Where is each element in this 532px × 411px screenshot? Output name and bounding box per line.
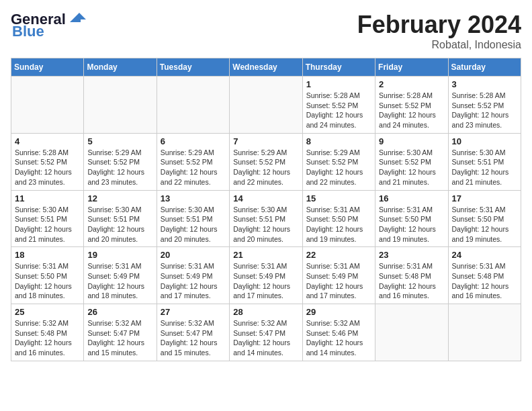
weekday-header-saturday: Saturday [448,58,521,77]
day-cell: 16Sunrise: 5:31 AMSunset: 5:50 PMDayligh… [375,190,448,247]
day-cell [448,304,521,361]
weekday-header-friday: Friday [375,58,448,77]
day-cell: 12Sunrise: 5:30 AMSunset: 5:51 PMDayligh… [84,190,157,247]
day-cell: 18Sunrise: 5:31 AMSunset: 5:50 PMDayligh… [11,247,84,304]
day-info: Sunrise: 5:28 AMSunset: 5:52 PMDaylight:… [379,91,444,130]
day-number: 28 [233,307,298,317]
weekday-header-thursday: Thursday [302,58,375,77]
day-number: 5 [87,136,152,146]
day-number: 21 [233,250,298,260]
day-number: 11 [15,193,80,203]
day-info: Sunrise: 5:31 AMSunset: 5:49 PMDaylight:… [233,261,298,301]
day-info: Sunrise: 5:28 AMSunset: 5:52 PMDaylight:… [15,148,80,187]
day-cell: 11Sunrise: 5:30 AMSunset: 5:51 PMDayligh… [11,190,84,247]
day-number: 19 [87,250,152,260]
day-cell: 6Sunrise: 5:29 AMSunset: 5:52 PMDaylight… [157,133,229,190]
calendar-table: SundayMondayTuesdayWednesdayThursdayFrid… [11,58,521,361]
week-row-1: 1Sunrise: 5:28 AMSunset: 5:52 PMDaylight… [11,77,521,134]
day-number: 20 [161,250,226,260]
day-number: 18 [15,250,80,260]
logo-blue: Blue [12,23,44,40]
day-cell: 28Sunrise: 5:32 AMSunset: 5:47 PMDayligh… [230,304,302,361]
weekday-header-sunday: Sunday [11,58,84,77]
day-info: Sunrise: 5:29 AMSunset: 5:52 PMDaylight:… [233,148,298,187]
day-cell: 4Sunrise: 5:28 AMSunset: 5:52 PMDaylight… [11,133,84,190]
day-number: 14 [233,193,298,203]
day-cell [230,77,302,134]
day-number: 12 [87,193,152,203]
day-cell: 22Sunrise: 5:31 AMSunset: 5:49 PMDayligh… [302,247,375,304]
week-row-3: 11Sunrise: 5:30 AMSunset: 5:51 PMDayligh… [11,190,521,247]
location: Robatal, Indonesia [357,39,521,51]
logo-arrow-icon [67,10,89,25]
day-info: Sunrise: 5:30 AMSunset: 5:51 PMDaylight:… [161,205,226,244]
day-cell [157,77,229,134]
day-number: 22 [306,250,371,260]
day-number: 4 [15,136,80,146]
day-cell: 20Sunrise: 5:31 AMSunset: 5:49 PMDayligh… [157,247,229,304]
day-info: Sunrise: 5:30 AMSunset: 5:52 PMDaylight:… [379,148,444,187]
day-number: 6 [161,136,226,146]
day-info: Sunrise: 5:32 AMSunset: 5:47 PMDaylight:… [87,318,152,358]
day-cell: 29Sunrise: 5:32 AMSunset: 5:46 PMDayligh… [302,304,375,361]
day-info: Sunrise: 5:32 AMSunset: 5:46 PMDaylight:… [306,318,371,358]
day-info: Sunrise: 5:30 AMSunset: 5:51 PMDaylight:… [15,205,80,244]
day-cell: 7Sunrise: 5:29 AMSunset: 5:52 PMDaylight… [230,133,302,190]
day-number: 26 [87,307,152,317]
day-info: Sunrise: 5:32 AMSunset: 5:48 PMDaylight:… [15,318,80,358]
weekday-header-wednesday: Wednesday [230,58,302,77]
week-row-4: 18Sunrise: 5:31 AMSunset: 5:50 PMDayligh… [11,247,521,304]
day-cell: 27Sunrise: 5:32 AMSunset: 5:47 PMDayligh… [157,304,229,361]
day-number: 24 [452,250,517,260]
day-cell: 23Sunrise: 5:31 AMSunset: 5:48 PMDayligh… [375,247,448,304]
day-cell: 26Sunrise: 5:32 AMSunset: 5:47 PMDayligh… [84,304,157,361]
day-info: Sunrise: 5:31 AMSunset: 5:49 PMDaylight:… [87,261,152,301]
day-cell: 17Sunrise: 5:31 AMSunset: 5:50 PMDayligh… [448,190,521,247]
day-number: 29 [306,307,371,317]
day-number: 9 [379,136,444,146]
day-info: Sunrise: 5:28 AMSunset: 5:52 PMDaylight:… [452,91,517,130]
day-info: Sunrise: 5:31 AMSunset: 5:50 PMDaylight:… [452,205,517,244]
day-cell: 8Sunrise: 5:29 AMSunset: 5:52 PMDaylight… [302,133,375,190]
day-info: Sunrise: 5:29 AMSunset: 5:52 PMDaylight:… [87,148,152,187]
day-info: Sunrise: 5:31 AMSunset: 5:50 PMDaylight:… [379,205,444,244]
day-cell: 10Sunrise: 5:30 AMSunset: 5:51 PMDayligh… [448,133,521,190]
day-info: Sunrise: 5:31 AMSunset: 5:50 PMDaylight:… [15,261,80,301]
day-info: Sunrise: 5:30 AMSunset: 5:51 PMDaylight:… [87,205,152,244]
day-number: 10 [452,136,517,146]
day-info: Sunrise: 5:31 AMSunset: 5:48 PMDaylight:… [379,261,444,301]
day-info: Sunrise: 5:29 AMSunset: 5:52 PMDaylight:… [161,148,226,187]
day-cell: 9Sunrise: 5:30 AMSunset: 5:52 PMDaylight… [375,133,448,190]
day-cell: 13Sunrise: 5:30 AMSunset: 5:51 PMDayligh… [157,190,229,247]
day-number: 8 [306,136,371,146]
day-number: 17 [452,193,517,203]
day-number: 23 [379,250,444,260]
day-cell: 19Sunrise: 5:31 AMSunset: 5:49 PMDayligh… [84,247,157,304]
day-cell: 2Sunrise: 5:28 AMSunset: 5:52 PMDaylight… [375,77,448,134]
day-cell: 14Sunrise: 5:30 AMSunset: 5:51 PMDayligh… [230,190,302,247]
day-info: Sunrise: 5:31 AMSunset: 5:48 PMDaylight:… [452,261,517,301]
day-info: Sunrise: 5:29 AMSunset: 5:52 PMDaylight:… [306,148,371,187]
title-block: February 2024 Robatal, Indonesia [357,11,521,51]
day-info: Sunrise: 5:31 AMSunset: 5:50 PMDaylight:… [306,205,371,244]
day-cell: 21Sunrise: 5:31 AMSunset: 5:49 PMDayligh… [230,247,302,304]
weekday-header-row: SundayMondayTuesdayWednesdayThursdayFrid… [11,58,521,77]
weekday-header-tuesday: Tuesday [157,58,229,77]
day-info: Sunrise: 5:32 AMSunset: 5:47 PMDaylight:… [233,318,298,358]
day-cell: 15Sunrise: 5:31 AMSunset: 5:50 PMDayligh… [302,190,375,247]
day-cell: 3Sunrise: 5:28 AMSunset: 5:52 PMDaylight… [448,77,521,134]
day-number: 27 [161,307,226,317]
week-row-5: 25Sunrise: 5:32 AMSunset: 5:48 PMDayligh… [11,304,521,361]
day-info: Sunrise: 5:30 AMSunset: 5:51 PMDaylight:… [452,148,517,187]
day-number: 2 [379,79,444,89]
day-cell: 24Sunrise: 5:31 AMSunset: 5:48 PMDayligh… [448,247,521,304]
day-number: 25 [15,307,80,317]
day-cell: 1Sunrise: 5:28 AMSunset: 5:52 PMDaylight… [302,77,375,134]
day-info: Sunrise: 5:28 AMSunset: 5:52 PMDaylight:… [306,91,371,130]
day-info: Sunrise: 5:31 AMSunset: 5:49 PMDaylight:… [306,261,371,301]
svg-marker-0 [70,13,86,22]
page-header: General Blue February 2024 Robatal, Indo… [11,11,521,51]
day-info: Sunrise: 5:31 AMSunset: 5:49 PMDaylight:… [161,261,226,301]
weekday-header-monday: Monday [84,58,157,77]
day-cell: 5Sunrise: 5:29 AMSunset: 5:52 PMDaylight… [84,133,157,190]
